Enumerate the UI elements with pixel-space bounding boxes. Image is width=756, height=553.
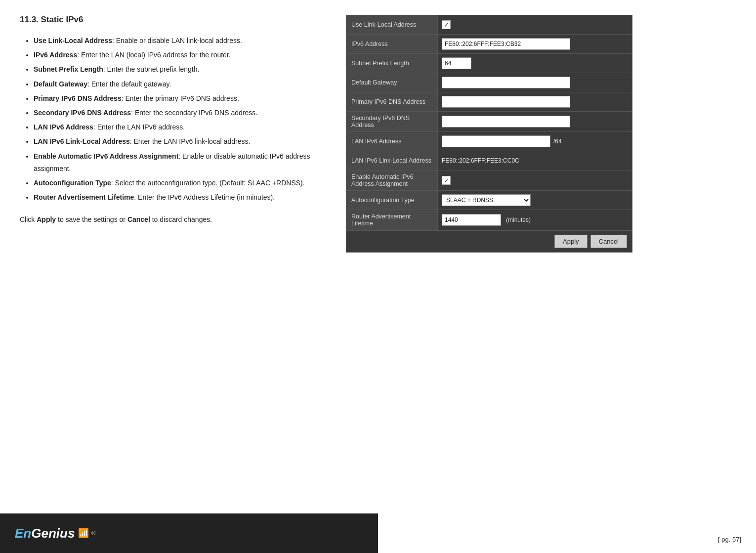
row-autoconfig-type: Autoconfiguration Type SLAAC + RDNSS SLA…: [346, 191, 632, 210]
value-primary-dns: [438, 94, 632, 110]
bullet-bold: LAN IPv6 Link-Local Address: [34, 137, 130, 145]
bullet-bold: Secondary IPv6 DNS Address: [34, 109, 131, 117]
page-number: [ pg. 57]: [718, 536, 741, 543]
list-item: LAN IPv6 Link-Local Address: Enter the L…: [34, 135, 326, 148]
bullet-bold: Default Gateway: [34, 80, 87, 88]
input-router-advert-lifetime[interactable]: [442, 214, 501, 226]
list-item: Primary IPv6 DNS Address: Enter the prim…: [34, 92, 326, 105]
select-autoconfig-type[interactable]: SLAAC + RDNSS SLAAC Stateful DHCPv6: [442, 194, 531, 206]
value-lan-ipv6-link-local: FE80::202:6FFF:FEE3:CC0C: [438, 155, 632, 166]
static-lan-link-local: FE80::202:6FFF:FEE3:CC0C: [442, 157, 519, 164]
label-secondary-dns: Secondary IPv6 DNS Address: [346, 112, 438, 131]
apply-instructions: Click Apply to save the settings or Canc…: [20, 215, 326, 223]
label-ipv6-address: IPv6 Address: [346, 35, 438, 53]
list-item: Use Link-Local Address: Enable or disabl…: [34, 35, 326, 47]
row-subnet-prefix: Subnet Prefix Length: [346, 54, 632, 73]
row-enable-auto-ipv6: Enable Automatic IPv6 Address Assignment…: [346, 170, 632, 191]
row-secondary-dns: Secondary IPv6 DNS Address: [346, 112, 632, 132]
label-secondary-dns-text: Secondary IPv6 DNS: [351, 115, 410, 122]
value-default-gateway: [438, 75, 632, 90]
label-router-advert: Router Advertisement Lifetime: [346, 210, 438, 230]
left-section: 11.3. Static IPv6 Use Link-Local Address…: [20, 15, 326, 223]
logo-registered: ®: [91, 530, 95, 537]
bullet-bold: Subnet Prefix Length: [34, 65, 103, 73]
lan-ipv6-suffix: /64: [553, 138, 562, 145]
apply-bold: Apply: [37, 215, 56, 223]
label-use-link-local: Use Link-Local Address: [346, 15, 438, 34]
list-item: Secondary IPv6 DNS Address: Enter the se…: [34, 107, 326, 119]
wifi-icon: 📶: [78, 528, 89, 539]
list-item: Autoconfiguration Type: Select the autoc…: [34, 177, 326, 189]
input-primary-dns[interactable]: [442, 96, 570, 108]
list-item: IPv6 Address: Enter the LAN (local) IPv6…: [34, 49, 326, 61]
checkbox-enable-auto-ipv6[interactable]: ✓: [442, 176, 451, 185]
label-primary-dns: Primary IPv6 DNS Address: [346, 92, 438, 111]
label-autoconfig-type: Autoconfiguration Type: [346, 191, 438, 210]
logo-genius: Genius: [31, 526, 75, 541]
value-router-advert: (minutes): [438, 212, 632, 228]
list-item: Router Advertisement Lifetime: Enter the…: [34, 191, 326, 204]
bullet-bold: Use Link-Local Address: [34, 37, 112, 44]
bullet-bold: IPv6 Address: [34, 51, 77, 59]
label-lan-ipv6-address: LAN IPv6 Address: [346, 132, 438, 151]
bullet-bold: Autoconfiguration Type: [34, 179, 111, 187]
bullet-bold: Router Advertisement Lifetime: [34, 193, 134, 201]
engenius-logo: EnGenius 📶 ®: [15, 526, 95, 541]
value-subnet-prefix: [438, 55, 632, 71]
label-enable-auto-text2: Address Assignment: [351, 180, 408, 187]
page-footer: EnGenius 📶 ®: [0, 513, 378, 553]
row-ipv6-address: IPv6 Address: [346, 35, 632, 54]
label-secondary-dns-text2: Address: [351, 122, 374, 128]
bullet-bold: LAN IPv6 Address: [34, 123, 93, 131]
footer-buttons: Apply Cancel: [346, 230, 632, 252]
checkbox-use-link-local[interactable]: ✓: [442, 20, 451, 29]
bullet-list: Use Link-Local Address: Enable or disabl…: [20, 35, 326, 204]
row-default-gateway: Default Gateway: [346, 73, 632, 92]
label-default-gateway: Default Gateway: [346, 73, 438, 92]
minutes-label: (minutes): [506, 216, 531, 223]
label-router-advert-text2: Lifetime: [351, 220, 373, 227]
cancel-button[interactable]: Cancel: [590, 235, 627, 248]
value-use-link-local: ✓: [438, 18, 632, 31]
label-enable-auto-ipv6: Enable Automatic IPv6 Address Assignment: [346, 170, 438, 190]
input-ipv6-address[interactable]: [442, 38, 570, 50]
config-table: Use Link-Local Address ✓ IPv6 Address Su…: [346, 15, 632, 253]
cancel-bold: Cancel: [127, 215, 150, 223]
label-lan-ipv6-link-local: LAN IPv6 Link-Local Address: [346, 151, 438, 170]
label-enable-auto-text1: Enable Automatic IPv6: [351, 173, 414, 180]
row-lan-ipv6-link-local: LAN IPv6 Link-Local Address FE80::202:6F…: [346, 151, 632, 170]
apply-button[interactable]: Apply: [554, 235, 588, 248]
row-lan-ipv6-address: LAN IPv6 Address /64: [346, 132, 632, 151]
value-autoconfig-type: SLAAC + RDNSS SLAAC Stateful DHCPv6: [438, 192, 632, 208]
input-default-gateway[interactable]: [442, 77, 570, 88]
list-item: Enable Automatic IPv6 Address Assignment…: [34, 150, 326, 175]
input-secondary-dns[interactable]: [442, 116, 570, 128]
value-ipv6-address: [438, 36, 632, 52]
label-router-advert-text1: Router Advertisement: [351, 213, 411, 220]
bullet-bold: Enable Automatic IPv6 Address Assignment: [34, 152, 178, 160]
row-router-advert: Router Advertisement Lifetime (minutes): [346, 210, 632, 230]
list-item: Subnet Prefix Length: Enter the subnet p…: [34, 63, 326, 76]
value-enable-auto-ipv6: ✓: [438, 174, 632, 187]
bullet-bold: Primary IPv6 DNS Address: [34, 94, 122, 102]
row-use-link-local: Use Link-Local Address ✓: [346, 15, 632, 35]
row-primary-dns: Primary IPv6 DNS Address: [346, 92, 632, 112]
logo-text: EnGenius: [15, 526, 75, 541]
input-subnet-prefix[interactable]: [442, 57, 471, 69]
list-item: LAN IPv6 Address: Enter the LAN IPv6 add…: [34, 121, 326, 133]
value-lan-ipv6-address: /64: [438, 133, 632, 149]
input-lan-ipv6-address[interactable]: [442, 135, 550, 147]
label-subnet-prefix: Subnet Prefix Length: [346, 54, 438, 73]
logo-en: En: [15, 526, 31, 541]
list-item: Default Gateway: Enter the default gatew…: [34, 78, 326, 90]
page-title: 11.3. Static IPv6: [20, 15, 326, 25]
value-secondary-dns: [438, 114, 632, 129]
config-panel: Use Link-Local Address ✓ IPv6 Address Su…: [346, 15, 632, 253]
